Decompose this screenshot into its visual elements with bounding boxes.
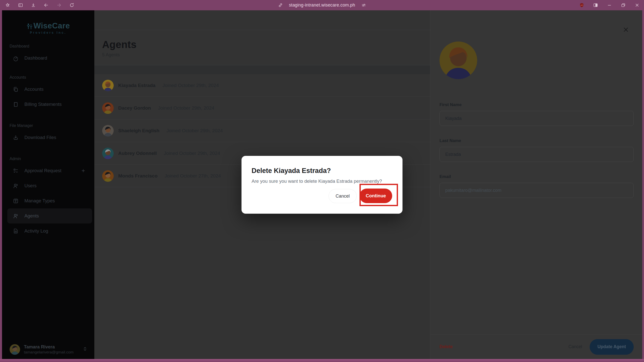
- agent-joined-date: Joined October 29th, 2024: [163, 83, 219, 88]
- agent-name: Aubrey Odonnell: [118, 151, 157, 156]
- restore-icon[interactable]: [620, 2, 626, 8]
- link-icon: [277, 2, 283, 8]
- book-icon: [13, 101, 19, 108]
- wisecare-figures-icon: [26, 23, 33, 30]
- agent-name: Monds Francisco: [118, 173, 157, 179]
- agents-count: 5 Agents: [102, 52, 430, 58]
- zen-logo-icon[interactable]: [5, 2, 11, 8]
- edit-agent-panel: First Name Last Name Email Delete Cancel…: [430, 10, 642, 359]
- first-name-field-group: First Name: [439, 102, 634, 126]
- split-view-icon[interactable]: [592, 2, 598, 8]
- sidebar-item-label: Download Files: [24, 135, 56, 140]
- last-name-input[interactable]: [439, 147, 634, 162]
- agent-joined-date: Joined October 29th, 2024: [167, 128, 223, 133]
- sidebar-item-billing-statements[interactable]: Billing Statements: [7, 97, 92, 112]
- sidebar-item-dashboard[interactable]: Dashboard: [7, 51, 92, 66]
- email-input: [439, 183, 634, 198]
- app-logo: WiseCare Providers Inc.: [2, 21, 94, 34]
- agent-row[interactable]: Dacey GordonJoined October 29th, 2024: [94, 97, 430, 119]
- users-icon: [13, 213, 19, 219]
- svg-text:uO: uO: [580, 4, 583, 6]
- email-field-group: Email: [439, 174, 634, 198]
- user-footer[interactable]: Tamara Rivera tamangelarivera@gmail.com: [2, 342, 94, 357]
- agent-name: Kiayada Estrada: [118, 83, 155, 88]
- sidebar-section: AccountsAccountsBilling Statements: [2, 75, 94, 112]
- agent-row[interactable]: Shaeleigh EnglishJoined October 29th, 20…: [94, 119, 430, 142]
- first-name-input[interactable]: [439, 111, 634, 126]
- chevron-sort-icon[interactable]: [82, 346, 88, 353]
- sidebar-section-label: Admin: [2, 157, 94, 161]
- panel-close-icon[interactable]: [622, 25, 630, 34]
- sidebar-section-label: Dashboard: [2, 44, 94, 49]
- sidebar-item-label: Dashboard: [24, 55, 47, 61]
- last-name-label: Last Name: [439, 138, 634, 143]
- sidebar-item-approval-request[interactable]: Approval Request+: [7, 163, 92, 178]
- add-request-icon[interactable]: +: [82, 167, 85, 174]
- back-icon[interactable]: [43, 2, 49, 8]
- page-title: Agents: [102, 39, 430, 50]
- agent-joined-date: Joined October 29th, 2024: [158, 105, 214, 111]
- sidebar-toggle-icon[interactable]: [17, 2, 23, 8]
- log-icon: [13, 228, 19, 234]
- gauge-icon: [13, 55, 19, 61]
- close-icon[interactable]: [634, 2, 640, 8]
- window-edge-left: [0, 10, 2, 359]
- list-header-strip: [94, 65, 430, 74]
- agent-name: Shaeleigh English: [118, 128, 159, 133]
- panel-footer: Delete Cancel Update Agent: [430, 334, 642, 359]
- reload-icon[interactable]: [69, 2, 75, 8]
- minimize-icon[interactable]: [606, 2, 612, 8]
- sidebar-item-agents[interactable]: Agents: [7, 208, 92, 223]
- sidebar: WiseCare Providers Inc. DashboardDashboa…: [2, 10, 94, 359]
- dialog-cancel-button[interactable]: Cancel: [329, 189, 357, 203]
- agent-name: Dacey Gordon: [118, 105, 151, 111]
- dialog-continue-button[interactable]: Continue: [359, 189, 392, 203]
- agent-avatar: [102, 102, 114, 114]
- user-name: Tamara Rivera: [24, 344, 74, 350]
- delete-confirm-dialog: Delete Kiayada Estrada? Are you sure you…: [242, 156, 403, 214]
- url-text[interactable]: staging-intranet.wisecare.com.ph: [289, 3, 355, 8]
- sidebar-item-manage-types[interactable]: Manage Types: [7, 193, 92, 208]
- user-email: tamangelarivera@gmail.com: [24, 350, 74, 354]
- sidebar-item-label: Accounts: [24, 86, 44, 92]
- type-icon: [13, 198, 19, 204]
- agent-form: First Name Last Name Email: [439, 102, 634, 198]
- tune-icon[interactable]: [361, 2, 367, 8]
- sidebar-item-label: Approval Request: [24, 168, 61, 173]
- dialog-message: Are you sure you want to delete Kiayada …: [252, 178, 392, 184]
- sidebar-item-activity-log[interactable]: Activity Log: [7, 223, 92, 239]
- agent-row[interactable]: Kiayada EstradaJoined October 29th, 2024: [94, 74, 430, 97]
- panel-cancel-button[interactable]: Cancel: [568, 344, 582, 349]
- sidebar-item-label: Manage Types: [24, 198, 55, 204]
- ublock-badge-icon[interactable]: uO: [579, 2, 585, 8]
- download-icon: [13, 134, 19, 141]
- last-name-field-group: Last Name: [439, 138, 634, 162]
- agent-avatar: [102, 170, 114, 182]
- sidebar-item-label: Billing Statements: [24, 102, 62, 107]
- sidebar-item-download-files[interactable]: Download Files: [7, 130, 92, 145]
- update-agent-button[interactable]: Update Agent: [590, 339, 634, 355]
- users-icon: [13, 183, 19, 189]
- sidebar-section-label: Accounts: [2, 75, 94, 80]
- logo-subtitle: Providers Inc.: [2, 31, 94, 34]
- user-avatar: [10, 344, 20, 355]
- sidebar-item-label: Activity Log: [24, 228, 48, 234]
- first-name-label: First Name: [439, 102, 634, 107]
- sidebar-section-label: File Manager: [2, 123, 94, 128]
- sidebar-section: DashboardDashboard: [2, 44, 94, 66]
- delete-agent-link[interactable]: Delete: [439, 344, 453, 349]
- forward-icon[interactable]: [56, 2, 62, 8]
- email-label: Email: [439, 174, 634, 179]
- copy-icon: [13, 86, 19, 93]
- agent-joined-date: Joined October 27th, 2024: [165, 173, 221, 179]
- browser-titlebar: staging-intranet.wisecare.com.ph uO: [0, 0, 644, 10]
- sidebar-item-label: Agents: [24, 213, 39, 219]
- agent-avatar: [102, 125, 114, 137]
- downloads-icon[interactable]: [30, 2, 36, 8]
- checklist-icon: [13, 168, 19, 174]
- sidebar-item-accounts[interactable]: Accounts: [7, 82, 92, 97]
- sidebar-item-users[interactable]: Users: [7, 178, 92, 193]
- sidebar-item-label: Users: [24, 183, 36, 189]
- agent-avatar: [102, 80, 114, 91]
- agent-profile-avatar: [439, 41, 477, 79]
